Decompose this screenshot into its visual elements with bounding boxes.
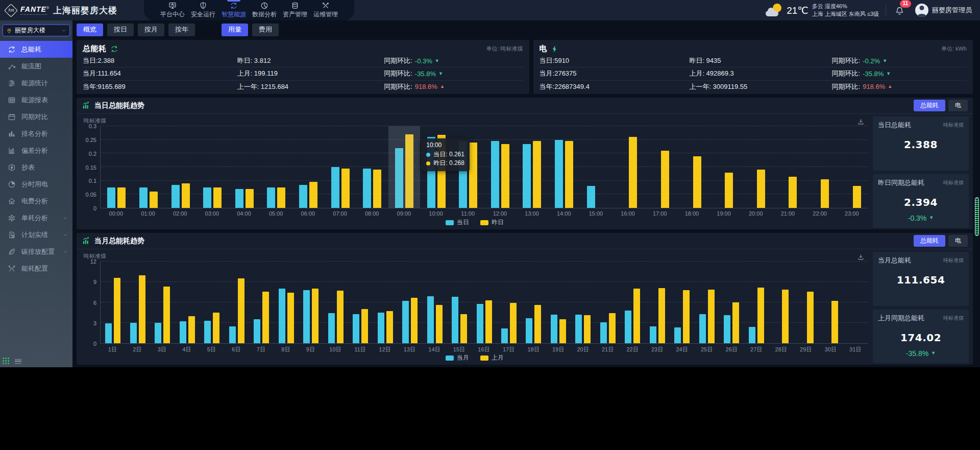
bar-group-04:00[interactable]	[229, 126, 261, 208]
nav-item-资产管理[interactable]: 资产管理	[280, 0, 310, 20]
bar-group-4日[interactable]	[175, 262, 199, 343]
chart-plot-area[interactable]	[100, 262, 868, 344]
bar-group-17:00[interactable]	[644, 126, 676, 208]
tab-概览[interactable]: 概览	[77, 23, 103, 36]
bar-group-23:00[interactable]	[836, 126, 868, 208]
sidebar-item-碳排放配置[interactable]: 碳排放配置	[0, 243, 72, 260]
sidebar-item-能流图[interactable]: 能流图	[0, 58, 72, 75]
bar-group-22:00[interactable]	[804, 126, 836, 208]
building-selector[interactable]: 丽婴房大楼	[3, 25, 70, 36]
tab-按月[interactable]: 按月	[138, 23, 164, 36]
nav-item-数据分析[interactable]: 数据分析	[249, 0, 280, 20]
bar-group-07:00[interactable]	[324, 126, 356, 208]
bar-group-7日[interactable]	[249, 262, 274, 343]
bar-group-14:00[interactable]	[548, 126, 580, 208]
toggle-button-电[interactable]: 电	[948, 100, 968, 111]
sidebar-item-分时用电[interactable]: 分时用电	[0, 176, 72, 193]
bar-group-18:00[interactable]	[676, 126, 708, 208]
bar-group-31日[interactable]	[843, 262, 868, 343]
sidebar-item-能耗配置[interactable]: 能耗配置	[0, 260, 72, 277]
sidebar-item-电费分析[interactable]: 电费分析	[0, 193, 72, 209]
sidebar-item-同期对比[interactable]: 同期对比	[0, 108, 72, 125]
legend-item-上月[interactable]: 上月	[480, 353, 504, 362]
bar-group-16日[interactable]	[472, 262, 496, 343]
bar-group-14日[interactable]	[422, 262, 447, 343]
sidebar-item-总能耗[interactable]: 总能耗	[0, 41, 72, 58]
bar-group-10日[interactable]	[323, 262, 348, 343]
sidebar-item-抄表[interactable]: 抄表	[0, 159, 72, 176]
tab-用量[interactable]: 用量	[222, 23, 248, 36]
bar-group-20日[interactable]	[571, 262, 595, 343]
bar-group-11日[interactable]	[348, 262, 373, 343]
bar-group-12:00[interactable]	[484, 126, 517, 208]
bar-group-9日[interactable]	[299, 262, 323, 343]
bar-group-02:00[interactable]	[164, 126, 197, 208]
bar-group-5日[interactable]	[200, 262, 224, 343]
sidebar-item-能源统计[interactable]: 能源统计	[0, 75, 72, 91]
bar-group-12日[interactable]	[373, 262, 397, 343]
bar-group-21:00[interactable]	[772, 126, 804, 208]
bar-昨日	[693, 156, 701, 208]
bar-group-01:00[interactable]	[133, 126, 165, 208]
user-menu[interactable]: 丽婴房管理员	[915, 4, 972, 17]
toggle-button-总能耗[interactable]: 总能耗	[914, 100, 945, 111]
bar-group-23日[interactable]	[645, 262, 670, 343]
legend-item-当日[interactable]: 当日	[446, 218, 469, 227]
bar-group-05:00[interactable]	[260, 126, 292, 208]
download-chart-button[interactable]	[857, 253, 865, 261]
bar-group-27日[interactable]	[744, 262, 769, 343]
nav-item-智慧能源[interactable]: 智慧能源	[218, 0, 249, 20]
toggle-button-电[interactable]: 电	[948, 235, 968, 247]
sidebar-item-偏差分析[interactable]: 偏差分析	[0, 142, 72, 159]
bar-group-20:00[interactable]	[740, 126, 772, 208]
bar-group-00:00[interactable]	[101, 126, 133, 208]
download-chart-button[interactable]	[857, 117, 865, 126]
notifications-button[interactable]: 11	[893, 5, 909, 16]
menu-lines-icon[interactable]	[15, 359, 21, 364]
bar-group-03:00[interactable]	[197, 126, 229, 208]
bar-group-8日[interactable]	[274, 262, 298, 343]
sidebar-item-能源报表[interactable]: 能源报表	[0, 91, 72, 108]
chart-plot-area[interactable]: 10:00 当日: 0.261 昨日: 0.268	[100, 126, 868, 208]
bar-上月	[683, 290, 690, 343]
bar-group-13:00[interactable]	[516, 126, 548, 208]
bar-group-6日[interactable]	[224, 262, 249, 343]
bar-group-25日[interactable]	[695, 262, 719, 343]
nav-item-安全运行[interactable]: 安全运行	[188, 0, 218, 20]
bar-group-29日[interactable]	[794, 262, 818, 343]
bar-group-2日[interactable]	[125, 262, 150, 343]
bar-上月	[609, 313, 616, 343]
sidebar-item-单耗分析[interactable]: 单耗分析	[0, 209, 72, 226]
bar-group-26日[interactable]	[719, 262, 744, 343]
nav-item-平台中心[interactable]: 平台中心	[157, 0, 188, 20]
legend-item-昨日[interactable]: 昨日	[480, 218, 504, 227]
sidebar-item-计划实绩[interactable]: 计划实绩	[0, 226, 72, 243]
tab-费用[interactable]: 费用	[252, 23, 279, 36]
sidebar-item-label: 抄表	[21, 163, 35, 172]
bar-group-22日[interactable]	[620, 262, 645, 343]
bar-group-06:00[interactable]	[292, 126, 325, 208]
toggle-button-总能耗[interactable]: 总能耗	[914, 235, 945, 247]
bar-group-08:00[interactable]	[356, 126, 388, 208]
bar-group-28日[interactable]	[769, 262, 793, 343]
bar-group-21日[interactable]	[596, 262, 620, 343]
bar-group-24日[interactable]	[670, 262, 694, 343]
bar-group-13日[interactable]	[398, 262, 422, 343]
tab-按年[interactable]: 按年	[168, 23, 195, 36]
bar-group-30日[interactable]	[818, 262, 843, 343]
sidebar-item-排名分析[interactable]: 排名分析	[0, 125, 72, 142]
bar-group-15:00[interactable]	[580, 126, 612, 208]
nav-item-运维管理[interactable]: 运维管理	[310, 0, 341, 20]
bar-group-19日[interactable]	[546, 262, 571, 343]
bar-group-1日[interactable]	[101, 262, 125, 343]
tab-按日[interactable]: 按日	[107, 23, 134, 36]
legend-item-当月[interactable]: 当月	[446, 353, 469, 362]
drag-grip-icon[interactable]	[3, 358, 10, 365]
bar-group-16:00[interactable]	[612, 126, 644, 208]
bar-group-18日[interactable]	[521, 262, 546, 343]
bar-group-19:00[interactable]	[708, 126, 740, 208]
scrollbar-thumb[interactable]	[975, 197, 979, 236]
bar-group-15日[interactable]	[447, 262, 472, 343]
bar-group-3日[interactable]	[150, 262, 175, 343]
bar-group-17日[interactable]	[497, 262, 521, 343]
